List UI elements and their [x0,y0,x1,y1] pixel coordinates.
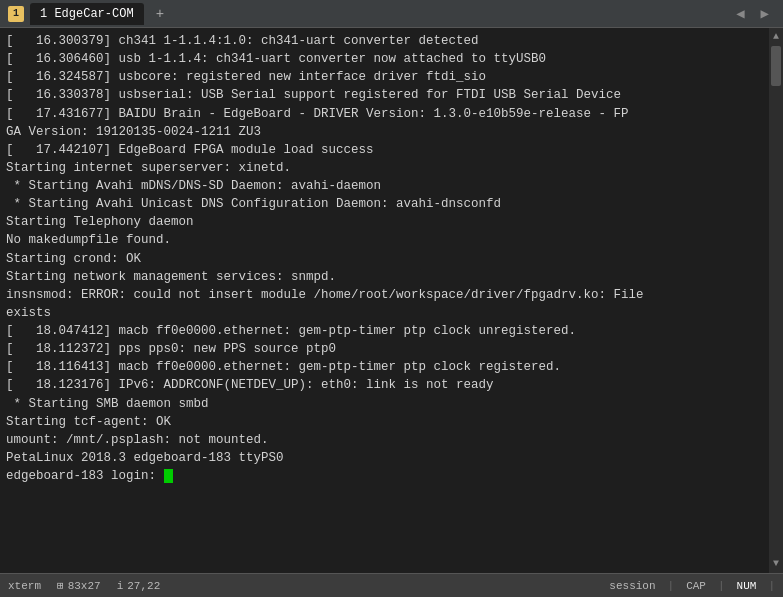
position-item: i 27,22 [117,580,161,592]
add-tab-button[interactable]: + [148,2,172,26]
num-label: NUM [737,580,757,592]
session-label: session [609,580,655,592]
nav-left-button[interactable]: ◀ [730,3,750,24]
caps-label: CAP [686,580,706,592]
statusbar-right: session | CAP | NUM | [609,580,775,592]
terminal-line: * Starting Avahi mDNS/DNS-SD Daemon: ava… [6,177,763,195]
terminal-line: No makedumpfile found. [6,231,763,249]
terminal-line: edgeboard-183 login: [6,467,763,485]
terminal-line: [ 18.123176] IPv6: ADDRCONF(NETDEV_UP): … [6,376,763,394]
terminal-line: [ 17.442107] EdgeBoard FPGA module load … [6,141,763,159]
terminal-line: Starting Telephony daemon [6,213,763,231]
terminal-line: [ 17.431677] BAIDU Brain - EdgeBoard - D… [6,105,763,123]
grid-icon: ⊞ [57,579,64,592]
terminal-line: [ 18.112372] pps pps0: new PPS source pt… [6,340,763,358]
nav-right-button[interactable]: ▶ [755,3,775,24]
terminal-line: [ 16.330378] usbserial: USB Serial suppo… [6,86,763,104]
terminal-type-item: xterm [8,580,41,592]
terminal-line: exists [6,304,763,322]
terminal-line: * Starting SMB daemon smbd [6,395,763,413]
scrollbar[interactable]: ▲ ▼ [769,28,783,573]
statusbar: xterm ⊞ 83x27 i 27,22 session | CAP | NU… [0,573,783,597]
terminal-line: Starting network management services: sn… [6,268,763,286]
terminal-line: PetaLinux 2018.3 edgeboard-183 ttyPS0 [6,449,763,467]
terminal-line: [ 16.306460] usb 1-1.1.4: ch341-uart con… [6,50,763,68]
dimensions-label: 83x27 [68,580,101,592]
terminal-line: insnsmod: ERROR: could not insert module… [6,286,763,304]
scroll-down-button[interactable]: ▼ [773,559,779,569]
terminal-line: * Starting Avahi Unicast DNS Configurati… [6,195,763,213]
position-label: 27,22 [127,580,160,592]
sep2: | [718,580,725,592]
terminal-line: [ 16.324587] usbcore: registered new int… [6,68,763,86]
terminal-line: [ 16.300379] ch341 1-1.1.4:1.0: ch341-ua… [6,32,763,50]
terminal-line: [ 18.116413] macb ff0e0000.ethernet: gem… [6,358,763,376]
app-icon: 1 [8,6,24,22]
terminal-container: [ 16.300379] ch341 1-1.1.4:1.0: ch341-ua… [0,28,783,573]
scrollbar-thumb[interactable] [771,46,781,86]
terminal-line: [ 18.047412] macb ff0e0000.ethernet: gem… [6,322,763,340]
terminal-line: Starting crond: OK [6,250,763,268]
sep3: | [768,580,775,592]
terminal-line: GA Version: 19120135-0024-1211 ZU3 [6,123,763,141]
dimensions-item: ⊞ 83x27 [57,579,101,592]
terminal-output[interactable]: [ 16.300379] ch341 1-1.1.4:1.0: ch341-ua… [0,28,769,573]
terminal-line: umount: /mnt/.psplash: not mounted. [6,431,763,449]
terminal-line: Starting tcf-agent: OK [6,413,763,431]
titlebar-nav: ◀ ▶ [730,3,775,24]
terminal-line: Starting internet superserver: xinetd. [6,159,763,177]
scroll-up-button[interactable]: ▲ [773,32,779,42]
terminal-cursor [164,469,173,483]
active-tab[interactable]: 1 EdgeCar-COM [30,3,144,25]
position-icon: i [117,580,124,592]
sep1: | [668,580,675,592]
terminal-type-label: xterm [8,580,41,592]
titlebar: 1 1 EdgeCar-COM + ◀ ▶ [0,0,783,28]
